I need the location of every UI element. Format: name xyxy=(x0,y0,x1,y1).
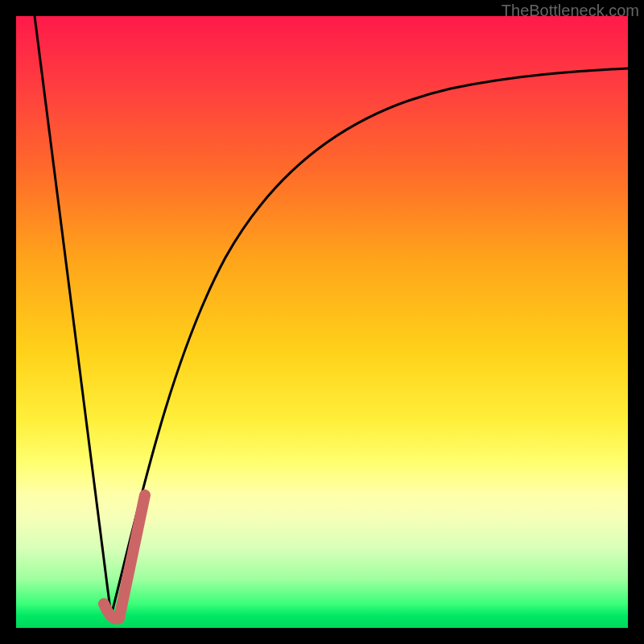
chart-svg xyxy=(16,16,628,628)
curve-left-branch xyxy=(35,16,111,616)
plot-area xyxy=(16,16,628,628)
curve-right-branch xyxy=(111,68,628,616)
attribution-text: TheBottleneck.com xyxy=(502,2,639,20)
